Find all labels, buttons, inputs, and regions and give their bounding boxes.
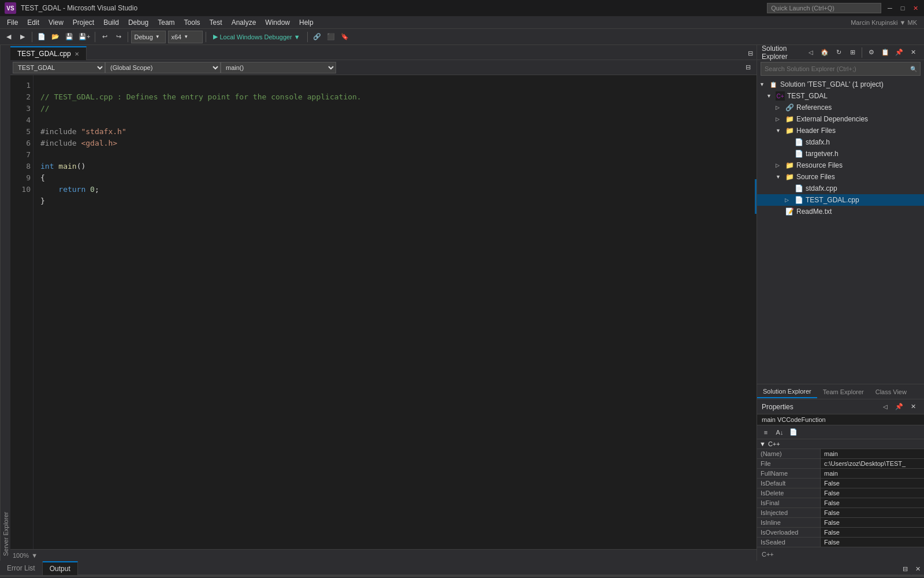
platform-dropdown[interactable]: x64 ▼ <box>168 31 203 43</box>
toolbar-back[interactable]: ◀ <box>2 31 15 43</box>
restore-button[interactable]: □ <box>899 4 907 12</box>
se-filter-btn[interactable]: ⊞ <box>846 46 859 59</box>
props-isinjected-label: IsInjected <box>757 508 821 517</box>
tree-source-files[interactable]: ▼ 📁 Source Files <box>757 171 924 183</box>
props-pin-btn[interactable]: 📌 <box>893 401 906 413</box>
minimize-button[interactable]: ─ <box>886 4 894 12</box>
props-close-btn[interactable]: ✕ <box>907 401 919 413</box>
editor-tab-active[interactable]: TEST_GDAL.cpp ✕ <box>10 46 87 60</box>
zoom-dropdown[interactable]: ▼ <box>31 552 38 559</box>
solution-explorer-search[interactable]: 🔍 <box>761 62 921 76</box>
tree-project[interactable]: ▼ C+ TEST_GDAL <box>757 90 924 102</box>
toolbar-open[interactable]: 📂 <box>49 31 62 43</box>
split-editor-btn[interactable]: ⊟ <box>742 61 754 74</box>
output-float-btn[interactable]: ⊟ <box>899 562 911 575</box>
scope-left-dropdown[interactable]: TEST_GDAL <box>13 62 105 73</box>
output-close-btn[interactable]: ✕ <box>911 562 924 575</box>
props-alpha-btn[interactable]: A↓ <box>773 426 786 439</box>
targetver-h-icon: 📄 <box>794 149 803 158</box>
title-bar-controls: Quick Launch (Ctrl+Q) ─ □ ✕ <box>767 3 919 13</box>
menu-view[interactable]: View <box>44 17 68 28</box>
props-isdelete-label: IsDelete <box>757 488 821 498</box>
se-home-btn[interactable]: 🏠 <box>818 46 831 59</box>
close-button[interactable]: ✕ <box>911 4 919 12</box>
editor-scroll-indicator[interactable] <box>748 75 757 549</box>
tree-header-files[interactable]: ▼ 📁 Header Files <box>757 125 924 136</box>
server-explorer-tab[interactable]: Server Explorer <box>0 45 10 561</box>
tree-stdafx-cpp[interactable]: 📄 stdafx.cpp <box>757 183 924 194</box>
props-row-file: File c:\Users\zoz\Desktop\TEST_ <box>757 459 924 469</box>
tree-stdafx-h[interactable]: 📄 stdafx.h <box>757 136 924 148</box>
menu-build[interactable]: Build <box>99 17 124 28</box>
toolbar-new[interactable]: 📄 <box>35 31 48 43</box>
output-panel: Show output from: Build Debug ⬛ ⬛ ⬛ ↩ 🔍 … <box>0 576 924 578</box>
ext-deps-icon: 📁 <box>785 114 794 124</box>
props-isfinal-value: False <box>821 498 924 507</box>
menu-file[interactable]: File <box>2 17 23 28</box>
se-properties-btn[interactable]: ⚙ <box>865 46 878 59</box>
tree-readme[interactable]: 📝 ReadMe.txt <box>757 206 924 217</box>
toolbar-sep4 <box>206 32 206 42</box>
tree-test-gdal-cpp[interactable]: ▷ 📄 TEST_GDAL.cpp <box>757 194 924 206</box>
se-view-btn[interactable]: 📋 <box>879 46 892 59</box>
tree-targetver-h-label: targetver.h <box>806 150 839 158</box>
props-pages-btn[interactable]: 📄 <box>787 426 800 439</box>
menu-test[interactable]: Test <box>205 17 227 28</box>
tree-resource-files[interactable]: ▷ 📁 Resource Files <box>757 160 924 171</box>
tree-solution[interactable]: ▼ 📋 Solution 'TEST_GDAL' (1 project) <box>757 79 924 90</box>
se-pin-btn[interactable]: 📌 <box>893 46 906 59</box>
se-collapse-btn[interactable]: ◁ <box>804 46 817 59</box>
zoom-bar: 100% ▼ <box>10 549 757 561</box>
menu-window[interactable]: Window <box>260 17 295 28</box>
se-refresh-btn[interactable]: ↻ <box>832 46 845 59</box>
menu-analyze[interactable]: Analyze <box>227 17 261 28</box>
tree-references[interactable]: ▷ 🔗 References <box>757 102 924 113</box>
menu-tools[interactable]: Tools <box>180 17 205 28</box>
code-editor[interactable]: 1 2 3 4 5 6 7 8 9 10 // TEST_GDAL.cpp : … <box>10 75 757 549</box>
menu-debug[interactable]: Debug <box>124 17 153 28</box>
bottom-tab-error-list[interactable]: Error List <box>0 561 43 575</box>
search-icon[interactable]: 🔍 <box>907 62 920 75</box>
se-close-btn[interactable]: ✕ <box>907 46 919 59</box>
props-categorized-btn[interactable]: ≡ <box>759 426 772 439</box>
properties-subtitle: main VCCodeFunction <box>757 414 924 425</box>
toolbar-undo[interactable]: ↩ <box>98 31 111 43</box>
tree-rf-arrow: ▷ <box>776 162 783 168</box>
solution-explorer-tree: ▼ 📋 Solution 'TEST_GDAL' (1 project) ▼ C… <box>757 77 924 384</box>
toolbar-save-all[interactable]: 💾+ <box>77 31 92 43</box>
tab-close-button[interactable]: ✕ <box>74 51 79 57</box>
tab-team-explorer[interactable]: Team Explorer <box>817 386 870 398</box>
run-button[interactable]: ▶ Local Windows Debugger ▼ <box>209 31 304 43</box>
tree-targetver-h[interactable]: 📄 targetver.h <box>757 148 924 160</box>
window-title: TEST_GDAL - Microsoft Visual Studio <box>21 4 137 12</box>
search-input[interactable] <box>761 65 907 72</box>
scope-right-dropdown[interactable]: main() <box>221 62 336 73</box>
tab-solution-explorer[interactable]: Solution Explorer <box>757 386 817 398</box>
tab-class-view[interactable]: Class View <box>870 386 912 398</box>
scope-middle-dropdown[interactable]: (Global Scope) <box>105 62 221 73</box>
menu-help[interactable]: Help <box>295 17 318 28</box>
bottom-tab-output[interactable]: Output <box>43 561 78 575</box>
props-collapse-btn[interactable]: ◁ <box>879 401 892 413</box>
toolbar-bookmark[interactable]: 🔖 <box>338 31 351 43</box>
menu-project[interactable]: Project <box>68 17 99 28</box>
tree-solution-label: Solution 'TEST_GDAL' (1 project) <box>780 80 884 88</box>
solution-explorer-toolbar: ◁ 🏠 ↻ ⊞ ⚙ 📋 📌 ✕ <box>804 46 919 59</box>
props-issealed-label: IsSealed <box>757 538 821 547</box>
collapse-panel-btn[interactable]: ⊟ <box>744 46 757 60</box>
toolbar-forward[interactable]: ▶ <box>16 31 29 43</box>
toolbar-save[interactable]: 💾 <box>63 31 76 43</box>
toolbar-breakpoints[interactable]: ⬛ <box>325 31 337 43</box>
tree-project-arrow: ▼ <box>766 93 773 99</box>
toolbar-redo[interactable]: ↪ <box>112 31 125 43</box>
props-file-value: c:\Users\zoz\Desktop\TEST_ <box>821 459 924 468</box>
toolbar-attach[interactable]: 🔗 <box>311 31 323 43</box>
tree-external-deps[interactable]: ▷ 📁 External Dependencies <box>757 113 924 125</box>
props-isdefault-value: False <box>821 479 924 488</box>
config-dropdown[interactable]: Debug ▼ <box>131 31 166 43</box>
menu-team[interactable]: Team <box>153 17 179 28</box>
code-content[interactable]: // TEST_GDAL.cpp : Defines the entry poi… <box>33 75 748 549</box>
search-quick-launch[interactable]: Quick Launch (Ctrl+Q) <box>767 3 881 13</box>
menu-edit[interactable]: Edit <box>23 17 44 28</box>
source-files-icon: 📁 <box>785 172 794 181</box>
